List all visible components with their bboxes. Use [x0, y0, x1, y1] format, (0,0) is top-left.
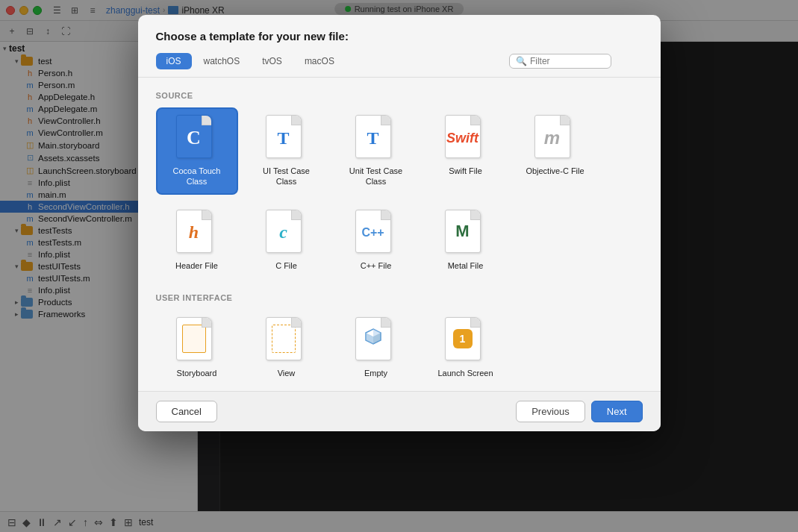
template-name-cpp: C++ File — [361, 260, 392, 271]
filter-input[interactable] — [530, 56, 605, 66]
template-cpp[interactable]: C++ C++ File — [335, 202, 417, 278]
metal-icon: M — [445, 210, 487, 256]
template-name-cocoa-touch: Cocoa Touch Class — [163, 166, 231, 187]
template-swift[interactable]: Swift Swift File — [425, 107, 507, 195]
search-icon: 🔍 — [516, 56, 527, 66]
modal-footer: Cancel Previous Next — [138, 391, 661, 431]
template-name-swift: Swift File — [449, 166, 482, 176]
template-name-storyboard: Storyboard — [177, 368, 217, 378]
new-file-modal: Choose a template for your new file: iOS… — [138, 15, 661, 431]
template-c[interactable]: c C File — [246, 202, 328, 278]
tab-tvos[interactable]: tvOS — [252, 53, 293, 69]
view-template-icon — [266, 317, 308, 363]
ui-section-label: User Interface — [156, 293, 643, 302]
template-launch-screen[interactable]: 1 Launch Screen — [425, 310, 507, 386]
template-name-header: Header File — [175, 260, 218, 271]
tab-macos[interactable]: macOS — [294, 53, 345, 69]
template-view[interactable]: View — [246, 310, 328, 386]
launch-template-icon: 1 — [445, 317, 487, 363]
modal-header: Choose a template for your new file: iOS… — [138, 15, 661, 78]
empty-template-icon — [355, 317, 397, 363]
source-template-grid: C Cocoa Touch Class T UI Test Case Class — [156, 107, 643, 278]
cpp-icon: C++ — [355, 210, 397, 256]
template-name-launch-screen: Launch Screen — [438, 368, 493, 378]
template-name-objc: Objective-C File — [526, 166, 584, 176]
template-empty[interactable]: Empty — [335, 310, 417, 386]
template-name-c: C File — [275, 260, 297, 271]
tab-watchos[interactable]: watchOS — [193, 53, 251, 69]
c-icon: c — [266, 210, 308, 256]
source-section-label: Source — [156, 91, 643, 100]
template-objc[interactable]: m Objective-C File — [514, 107, 596, 195]
template-metal[interactable]: M Metal File — [425, 202, 507, 278]
template-cocoa-touch[interactable]: C Cocoa Touch Class — [156, 107, 238, 195]
cocoa-touch-icon: C — [176, 115, 218, 161]
template-name-unit-test: Unit Test Case Class — [343, 166, 410, 187]
ui-test-icon: T — [266, 115, 308, 161]
tab-bar: iOS watchOS tvOS macOS — [156, 53, 345, 69]
template-name-empty: Empty — [364, 368, 387, 378]
objc-icon: m — [534, 115, 576, 161]
template-ui-test[interactable]: T UI Test Case Class — [246, 107, 328, 195]
storyboard-template-icon — [176, 317, 218, 363]
template-name-ui-test: UI Test Case Class — [253, 166, 320, 187]
next-button[interactable]: Next — [591, 401, 643, 422]
modal-title: Choose a template for your new file: — [156, 30, 643, 43]
ui-template-grid: Storyboard View — [156, 310, 643, 386]
filter-box: 🔍 — [509, 54, 611, 69]
tab-ios[interactable]: iOS — [156, 53, 192, 69]
template-name-metal: Metal File — [448, 260, 484, 271]
unit-test-icon: T — [355, 115, 397, 161]
modal-overlay: Choose a template for your new file: iOS… — [0, 0, 798, 532]
swift-icon: Swift — [445, 115, 487, 161]
template-storyboard[interactable]: Storyboard — [156, 310, 238, 386]
header-icon: h — [176, 210, 218, 256]
modal-body: Source C Cocoa Touch Class T — [138, 78, 661, 391]
template-unit-test[interactable]: T Unit Test Case Class — [335, 107, 417, 195]
template-header[interactable]: h Header File — [156, 202, 238, 278]
previous-button[interactable]: Previous — [516, 401, 585, 422]
tab-bar-area: iOS watchOS tvOS macOS 🔍 — [156, 53, 643, 69]
template-name-view: View — [278, 368, 296, 378]
cancel-button[interactable]: Cancel — [156, 401, 217, 422]
